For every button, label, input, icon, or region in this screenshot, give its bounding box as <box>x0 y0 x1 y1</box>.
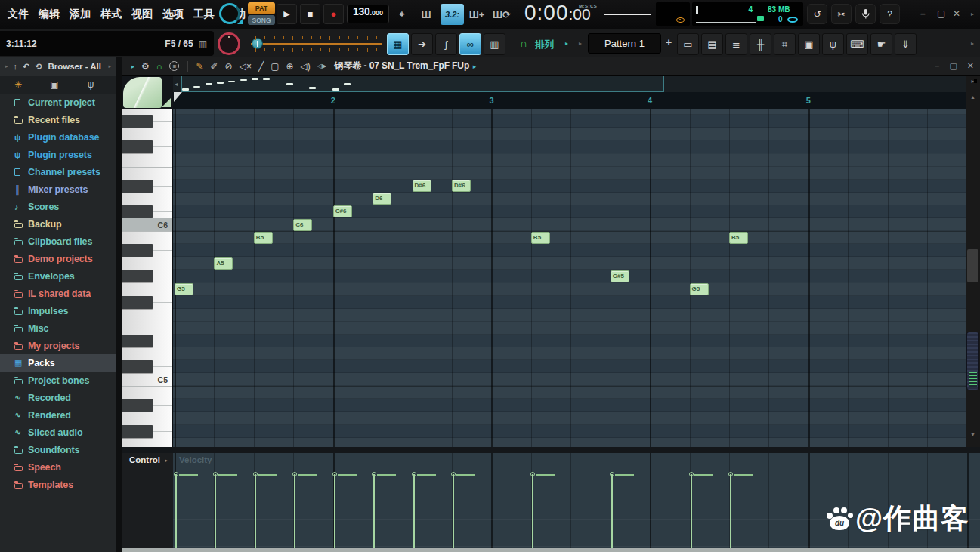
browser-menu-arrow-icon[interactable]: ▸ <box>5 63 8 69</box>
sidebar-item-packs[interactable]: ▦Packs <box>0 354 116 372</box>
midi-note-b5[interactable]: B5 <box>531 232 550 244</box>
cpu-gauge-icon[interactable] <box>219 3 240 24</box>
velocity-handle[interactable] <box>292 472 297 476</box>
piano-key-black[interactable] <box>122 270 153 282</box>
midi-note-g5[interactable]: G5 <box>175 283 193 295</box>
pr-close-button[interactable]: ✕ <box>967 61 974 71</box>
velocity-stem[interactable] <box>532 474 533 548</box>
velocity-stem[interactable] <box>453 474 454 548</box>
help-button[interactable]: ? <box>880 4 900 24</box>
sidebar-item-misc[interactable]: Misc <box>0 319 116 337</box>
piano-roll-corner-widget[interactable] <box>122 76 173 109</box>
plugin-picker-button[interactable]: ▣ <box>798 33 820 55</box>
title-dropdown-arrow-icon[interactable]: ▸ <box>473 57 477 76</box>
velocity-stem[interactable] <box>413 474 415 548</box>
playback-tool-icon[interactable]: ◁) <box>301 57 311 76</box>
piano-key-black[interactable] <box>122 115 153 128</box>
zoom-tool-icon[interactable]: ⊕ <box>286 57 293 76</box>
wrench-icon[interactable]: ⚙ <box>141 57 150 76</box>
metronome-icon[interactable]: ⌖ <box>391 4 413 25</box>
menu-item--[interactable]: 添加 <box>70 8 91 21</box>
slice-tool-icon[interactable]: ╱ <box>258 57 264 76</box>
tab-files-icon[interactable]: ▣ <box>36 79 73 90</box>
piano-key-black[interactable] <box>122 335 153 347</box>
midi-note-d6[interactable]: D6 <box>373 193 391 205</box>
control-label[interactable]: Control <box>129 455 160 464</box>
sidebar-item-recorded[interactable]: ∿Recorded <box>0 389 116 406</box>
channel-speaker-icon[interactable]: ◁▶ <box>317 57 326 76</box>
wait-for-input-icon[interactable]: Ш <box>416 4 437 25</box>
sidebar-item-demo-projects[interactable]: Demo projects <box>0 250 116 267</box>
delete-tool-icon[interactable]: ⊘ <box>225 57 233 76</box>
menu-item--[interactable]: 样式 <box>100 8 122 21</box>
control-dropdown-arrow-icon[interactable]: ▸ <box>165 458 168 464</box>
piano-key-black[interactable] <box>122 360 153 373</box>
velocity-handle[interactable] <box>372 472 376 476</box>
minimap-right-arrow-icon[interactable]: ▸ <box>966 78 980 85</box>
velocity-stem[interactable] <box>294 474 295 548</box>
playlist-button[interactable]: ▭ <box>677 33 699 55</box>
midi-note-g5[interactable]: G5 <box>690 283 709 295</box>
import-button[interactable]: ⇓ <box>895 33 917 55</box>
mixer-button[interactable]: ╫ <box>750 33 771 55</box>
pattern-mode-button[interactable]: PAT <box>248 2 275 14</box>
velocity-stem[interactable] <box>175 474 177 548</box>
midi-note-c6[interactable]: C6 <box>293 219 312 231</box>
sidebar-item-project-bones[interactable]: Project bones <box>0 372 116 389</box>
toolbar2-overflow-arrow-icon[interactable]: ▸ <box>971 40 974 47</box>
piano-keyboard[interactable]: C6C5 <box>122 109 173 447</box>
velocity-stem[interactable] <box>334 474 335 548</box>
velocity-handle[interactable] <box>728 472 733 476</box>
velocity-handle[interactable] <box>332 472 337 476</box>
pr-restore-button[interactable]: ▢ <box>949 61 957 71</box>
midi-note-b5[interactable]: B5 <box>729 232 748 244</box>
browser-button[interactable]: ⌗ <box>774 33 796 55</box>
sidebar-item-channel-presets[interactable]: Channel presets <box>0 163 116 180</box>
sidebar-item-current-project[interactable]: Current project <box>0 94 116 111</box>
slide-notes-button[interactable]: ʃ <box>435 33 457 55</box>
piano-key-black[interactable] <box>122 140 153 153</box>
velocity-handle[interactable] <box>689 472 694 476</box>
channel-rack-button[interactable]: ≣ <box>725 33 747 55</box>
undo-button[interactable]: ↺ <box>807 4 827 24</box>
tab-plugins-icon[interactable]: ψ <box>73 79 109 90</box>
sidebar-item-soundfonts[interactable]: Soundfonts <box>0 441 116 458</box>
piano-key-black[interactable] <box>122 244 153 257</box>
browser-scrollbar[interactable] <box>116 57 122 552</box>
menu-item--[interactable]: 工具 <box>193 8 215 21</box>
sidebar-item-il-shared-data[interactable]: IL shared data <box>0 285 116 302</box>
minimize-button[interactable]: – <box>920 8 926 19</box>
record-button[interactable]: ● <box>323 4 344 24</box>
velocity-stem[interactable] <box>373 474 375 548</box>
scroll-up-icon[interactable]: ▲ <box>966 94 980 100</box>
timeline-ruler[interactable]: 2345 <box>173 92 966 109</box>
menu-item--[interactable]: 文件 <box>8 8 29 21</box>
scrollbar-thumb[interactable] <box>967 249 978 282</box>
link-button[interactable]: ∞ <box>459 33 481 55</box>
lane-divider[interactable] <box>122 447 980 453</box>
snap-magnet-icon[interactable]: ∩ <box>520 37 527 49</box>
snap-dropdown-arrow-icon[interactable]: ▸ <box>565 40 568 47</box>
menu-item--[interactable]: 编辑 <box>39 8 60 21</box>
minimap-left-arrow-icon[interactable]: ◂ <box>175 81 178 88</box>
piano-roll-menu-arrow-icon[interactable]: ▸ <box>131 57 135 76</box>
browser-refresh-icon[interactable]: ⟲ <box>35 62 42 72</box>
vertical-scrollbar[interactable]: ▸ ▲ ▼ <box>966 76 980 447</box>
master-volume-knob[interactable] <box>218 32 240 55</box>
paint-tool-icon[interactable]: ✐ <box>211 57 218 76</box>
midi-note-d-6[interactable]: D#6 <box>452 180 471 192</box>
shuffle-slider[interactable] <box>604 14 651 15</box>
tempo-display[interactable]: 130.000 <box>347 5 389 23</box>
sidebar-item-recent-files[interactable]: Recent files <box>0 111 116 128</box>
midi-note-d-6[interactable]: D#6 <box>413 180 431 192</box>
precount-display[interactable]: 3.2: <box>441 4 464 25</box>
cut-button[interactable]: ✂ <box>831 4 852 24</box>
browser-up-icon[interactable]: ↑ <box>14 62 18 71</box>
menu-item--[interactable]: 选项 <box>162 8 184 21</box>
note-grid[interactable]: G5A5B5C6C#6D6D#6D#6B5G#5G5B5 <box>173 109 966 447</box>
restore-button[interactable]: ▢ <box>937 8 945 19</box>
draw-tool-icon[interactable]: ✎ <box>196 57 203 76</box>
piano-roll-minimap[interactable]: ◂ <box>173 76 966 92</box>
sidebar-item-scores[interactable]: ♪Scores <box>0 198 116 215</box>
velocity-stem[interactable] <box>691 474 692 548</box>
